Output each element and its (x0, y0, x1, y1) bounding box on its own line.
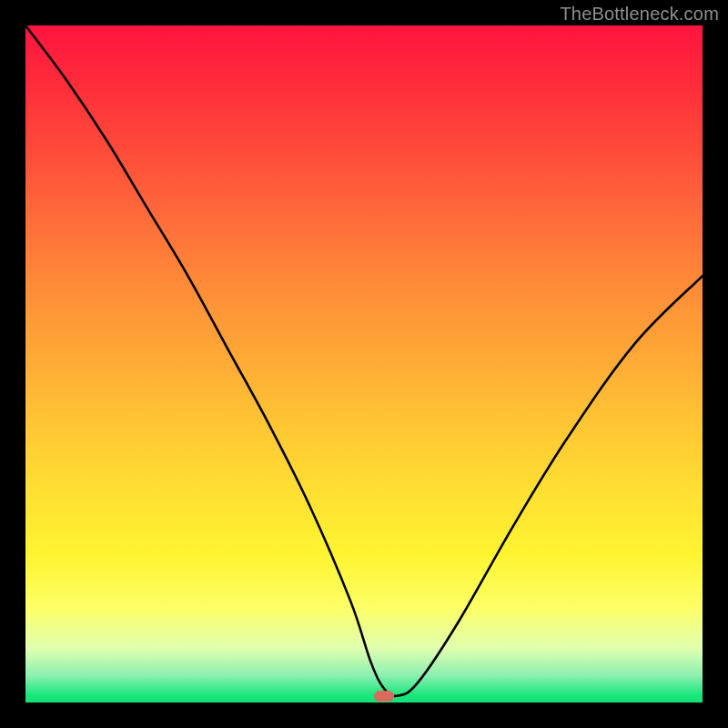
watermark-text: TheBottleneck.com (560, 4, 719, 25)
plot-area (25, 25, 703, 703)
chart-frame: TheBottleneck.com (0, 0, 728, 728)
bottleneck-curve (25, 25, 703, 703)
optimal-marker (374, 691, 394, 702)
